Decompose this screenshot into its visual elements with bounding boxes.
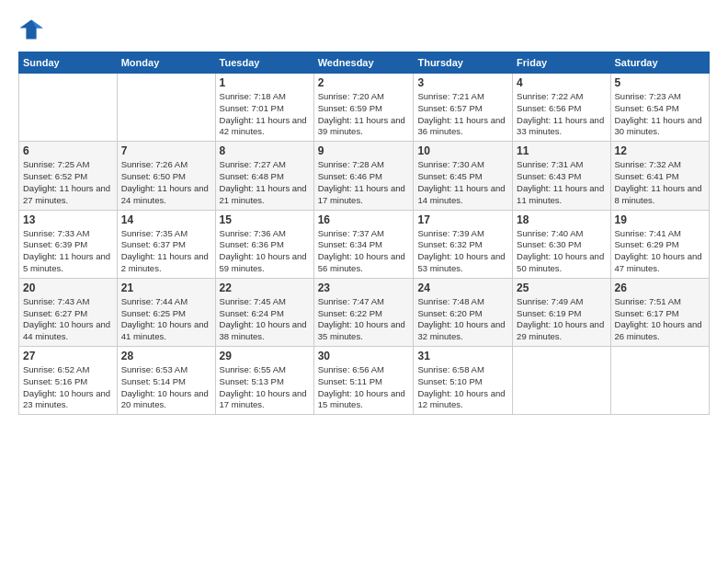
calendar-cell: 11 Sunrise: 7:31 AM Sunset: 6:43 PM Dayl… <box>513 142 610 210</box>
day-number: 4 <box>517 76 606 89</box>
calendar-cell: 27 Sunrise: 6:52 AM Sunset: 5:16 PM Dayl… <box>19 347 118 415</box>
day-info: Sunrise: 7:51 AM Sunset: 6:17 PM Dayligh… <box>615 296 705 343</box>
calendar-cell: 2 Sunrise: 7:20 AM Sunset: 6:59 PM Dayli… <box>313 74 414 142</box>
calendar-cell: 24 Sunrise: 7:48 AM Sunset: 6:20 PM Dayl… <box>414 278 513 346</box>
day-info: Sunrise: 7:39 AM Sunset: 6:32 PM Dayligh… <box>417 228 508 275</box>
day-info: Sunrise: 7:32 AM Sunset: 6:41 PM Dayligh… <box>615 159 705 206</box>
week-row-5: 27 Sunrise: 6:52 AM Sunset: 5:16 PM Dayl… <box>19 347 710 415</box>
day-info: Sunrise: 7:20 AM Sunset: 6:59 PM Dayligh… <box>318 91 410 138</box>
day-number: 11 <box>517 144 606 157</box>
day-info: Sunrise: 7:45 AM Sunset: 6:24 PM Dayligh… <box>220 296 310 343</box>
calendar-cell: 21 Sunrise: 7:44 AM Sunset: 6:25 PM Dayl… <box>117 278 215 346</box>
day-info: Sunrise: 7:28 AM Sunset: 6:46 PM Dayligh… <box>318 159 410 206</box>
day-number: 10 <box>417 144 508 157</box>
day-header-saturday: Saturday <box>610 52 709 74</box>
day-number: 27 <box>23 350 113 362</box>
calendar-cell: 29 Sunrise: 6:55 AM Sunset: 5:13 PM Dayl… <box>215 347 313 415</box>
day-info: Sunrise: 6:55 AM Sunset: 5:13 PM Dayligh… <box>220 364 310 411</box>
calendar-cell: 19 Sunrise: 7:41 AM Sunset: 6:29 PM Dayl… <box>610 210 709 278</box>
calendar-cell <box>610 347 709 415</box>
calendar-cell: 1 Sunrise: 7:18 AM Sunset: 7:01 PM Dayli… <box>215 74 313 142</box>
day-info: Sunrise: 7:21 AM Sunset: 6:57 PM Dayligh… <box>417 91 508 138</box>
day-number: 3 <box>417 76 508 89</box>
day-info: Sunrise: 7:31 AM Sunset: 6:43 PM Dayligh… <box>517 159 606 206</box>
calendar-cell: 23 Sunrise: 7:47 AM Sunset: 6:22 PM Dayl… <box>313 278 414 346</box>
calendar-cell: 7 Sunrise: 7:26 AM Sunset: 6:50 PM Dayli… <box>117 142 215 210</box>
calendar-cell: 14 Sunrise: 7:35 AM Sunset: 6:37 PM Dayl… <box>117 210 215 278</box>
day-number: 8 <box>220 144 310 157</box>
day-header-friday: Friday <box>513 52 610 74</box>
calendar-cell: 30 Sunrise: 6:56 AM Sunset: 5:11 PM Dayl… <box>313 347 414 415</box>
calendar-cell: 4 Sunrise: 7:22 AM Sunset: 6:56 PM Dayli… <box>513 74 610 142</box>
page: SundayMondayTuesdayWednesdayThursdayFrid… <box>0 0 728 424</box>
calendar-cell: 8 Sunrise: 7:27 AM Sunset: 6:48 PM Dayli… <box>215 142 313 210</box>
week-row-4: 20 Sunrise: 7:43 AM Sunset: 6:27 PM Dayl… <box>19 278 710 346</box>
day-info: Sunrise: 7:27 AM Sunset: 6:48 PM Dayligh… <box>220 159 310 206</box>
calendar-cell <box>117 74 215 142</box>
day-header-monday: Monday <box>117 52 215 74</box>
day-info: Sunrise: 7:44 AM Sunset: 6:25 PM Dayligh… <box>121 296 211 343</box>
calendar-cell <box>19 74 118 142</box>
calendar-cell: 10 Sunrise: 7:30 AM Sunset: 6:45 PM Dayl… <box>414 142 513 210</box>
day-number: 6 <box>23 144 113 157</box>
day-number: 9 <box>318 144 410 157</box>
day-info: Sunrise: 7:23 AM Sunset: 6:54 PM Dayligh… <box>615 91 705 138</box>
day-number: 16 <box>318 213 410 226</box>
calendar-cell: 31 Sunrise: 6:58 AM Sunset: 5:10 PM Dayl… <box>414 347 513 415</box>
day-number: 18 <box>517 213 606 226</box>
calendar-cell: 16 Sunrise: 7:37 AM Sunset: 6:34 PM Dayl… <box>313 210 414 278</box>
calendar-header: SundayMondayTuesdayWednesdayThursdayFrid… <box>19 52 710 74</box>
calendar-cell: 15 Sunrise: 7:36 AM Sunset: 6:36 PM Dayl… <box>215 210 313 278</box>
week-row-3: 13 Sunrise: 7:33 AM Sunset: 6:39 PM Dayl… <box>19 210 710 278</box>
calendar-cell: 22 Sunrise: 7:45 AM Sunset: 6:24 PM Dayl… <box>215 278 313 346</box>
day-number: 30 <box>318 350 410 362</box>
day-header-sunday: Sunday <box>19 52 118 74</box>
svg-marker-0 <box>19 20 42 40</box>
day-number: 5 <box>615 76 705 89</box>
day-info: Sunrise: 7:48 AM Sunset: 6:20 PM Dayligh… <box>417 296 508 343</box>
calendar-cell: 5 Sunrise: 7:23 AM Sunset: 6:54 PM Dayli… <box>610 74 709 142</box>
calendar-cell: 17 Sunrise: 7:39 AM Sunset: 6:32 PM Dayl… <box>414 210 513 278</box>
day-info: Sunrise: 6:53 AM Sunset: 5:14 PM Dayligh… <box>121 364 211 411</box>
calendar-cell: 3 Sunrise: 7:21 AM Sunset: 6:57 PM Dayli… <box>414 74 513 142</box>
day-number: 24 <box>417 282 508 294</box>
day-number: 29 <box>220 350 310 362</box>
day-info: Sunrise: 7:37 AM Sunset: 6:34 PM Dayligh… <box>318 228 410 275</box>
day-number: 17 <box>417 213 508 226</box>
calendar-cell: 18 Sunrise: 7:40 AM Sunset: 6:30 PM Dayl… <box>513 210 610 278</box>
day-number: 13 <box>23 213 113 226</box>
calendar-cell: 9 Sunrise: 7:28 AM Sunset: 6:46 PM Dayli… <box>313 142 414 210</box>
logo-icon <box>18 17 44 42</box>
calendar-cell: 13 Sunrise: 7:33 AM Sunset: 6:39 PM Dayl… <box>19 210 118 278</box>
day-number: 7 <box>121 144 211 157</box>
calendar-cell: 6 Sunrise: 7:25 AM Sunset: 6:52 PM Dayli… <box>19 142 118 210</box>
day-number: 31 <box>417 350 508 362</box>
calendar-cell <box>513 347 610 415</box>
day-info: Sunrise: 7:18 AM Sunset: 7:01 PM Dayligh… <box>220 91 310 138</box>
day-number: 19 <box>615 213 705 226</box>
calendar: SundayMondayTuesdayWednesdayThursdayFrid… <box>18 52 710 415</box>
day-info: Sunrise: 7:25 AM Sunset: 6:52 PM Dayligh… <box>23 159 113 206</box>
day-number: 15 <box>220 213 310 226</box>
calendar-cell: 25 Sunrise: 7:49 AM Sunset: 6:19 PM Dayl… <box>513 278 610 346</box>
calendar-cell: 26 Sunrise: 7:51 AM Sunset: 6:17 PM Dayl… <box>610 278 709 346</box>
day-number: 25 <box>517 282 606 294</box>
header <box>18 17 710 42</box>
logo <box>18 17 48 42</box>
calendar-cell: 28 Sunrise: 6:53 AM Sunset: 5:14 PM Dayl… <box>117 347 215 415</box>
day-info: Sunrise: 7:30 AM Sunset: 6:45 PM Dayligh… <box>417 159 508 206</box>
day-info: Sunrise: 7:26 AM Sunset: 6:50 PM Dayligh… <box>121 159 211 206</box>
day-info: Sunrise: 6:52 AM Sunset: 5:16 PM Dayligh… <box>23 364 113 411</box>
day-number: 21 <box>121 282 211 294</box>
day-header-wednesday: Wednesday <box>313 52 414 74</box>
day-number: 20 <box>23 282 113 294</box>
calendar-cell: 20 Sunrise: 7:43 AM Sunset: 6:27 PM Dayl… <box>19 278 118 346</box>
day-info: Sunrise: 6:56 AM Sunset: 5:11 PM Dayligh… <box>318 364 410 411</box>
day-info: Sunrise: 7:43 AM Sunset: 6:27 PM Dayligh… <box>23 296 113 343</box>
day-info: Sunrise: 7:33 AM Sunset: 6:39 PM Dayligh… <box>23 228 113 275</box>
calendar-cell: 12 Sunrise: 7:32 AM Sunset: 6:41 PM Dayl… <box>610 142 709 210</box>
day-info: Sunrise: 7:47 AM Sunset: 6:22 PM Dayligh… <box>318 296 410 343</box>
day-info: Sunrise: 7:49 AM Sunset: 6:19 PM Dayligh… <box>517 296 606 343</box>
day-number: 2 <box>318 76 410 89</box>
day-number: 28 <box>121 350 211 362</box>
